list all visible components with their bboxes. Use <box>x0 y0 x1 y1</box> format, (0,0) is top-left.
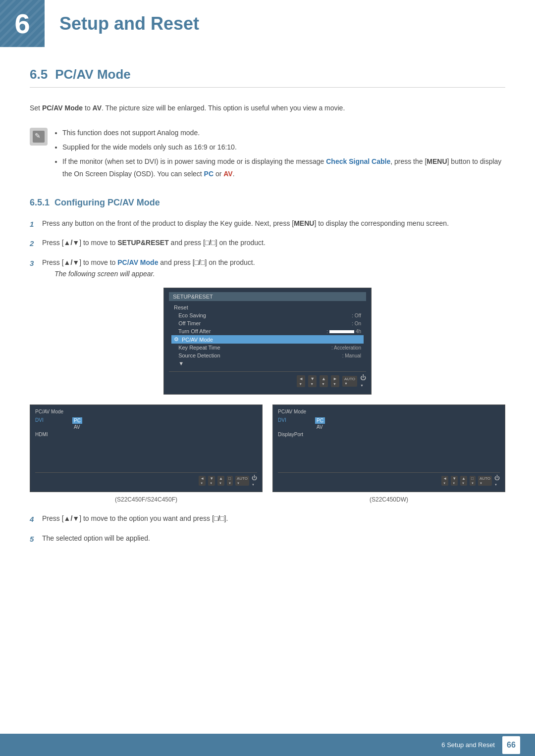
osd-left-ctrl-auto: AUTO▼ <box>235 476 249 486</box>
osd-item-keyrepeat: Key Repeat Time : Acceleration <box>171 344 364 352</box>
caption-left: (S22C450F/S24C450F) <box>30 496 263 503</box>
note-item-1: This function does not support Analog mo… <box>62 127 505 139</box>
note-item-3: If the monitor (when set to DVI) is in p… <box>62 155 505 180</box>
osd-ctrl-auto: AUTO▼ <box>342 376 357 387</box>
section-heading: 6.5PC/AV Mode <box>30 67 505 88</box>
osd-left-ctrl-down: ▼▼ <box>208 476 215 486</box>
step-3: 3 Press [▲/▼] to move to PC/AV Mode and … <box>30 257 505 281</box>
osd-right-ctrl-auto: AUTO▼ <box>478 476 492 486</box>
osd-item-source: Source Detection : Manual <box>171 352 364 359</box>
gear-icon: ⚙ <box>174 336 179 343</box>
osd-left-ctrl-left: ◄▼ <box>199 476 206 486</box>
osd-option-pc-selected: PC <box>72 417 82 424</box>
subsection-heading: 6.5.1Configuring PC/AV Mode <box>30 198 505 208</box>
footer-section-text: 6 Setup and Reset <box>441 741 495 749</box>
osd-item-more: ▼ <box>171 359 364 367</box>
osd-left-ctrl-up: ▲▼ <box>217 476 224 486</box>
osd-right-option-pc-selected: PC <box>315 417 325 424</box>
chapter-title-block: Setup and Reset <box>45 0 535 47</box>
osd-item-eco: Eco Saving : Off <box>171 311 364 319</box>
step-2: 2 Press [▲/▼] to move to SETUP&RESET and… <box>30 237 505 250</box>
osd-ctrl-power: ⏻▼ <box>360 374 366 388</box>
osd-right-spacer <box>278 439 500 468</box>
chapter-title: Setup and Reset <box>59 13 199 34</box>
osd-ctrl-up: ▲▼ <box>320 375 328 387</box>
osd-ctrl-left: ◄▼ <box>297 375 305 387</box>
osd-option-av: AV <box>72 424 82 430</box>
osd-right-option-av: AV <box>315 424 325 430</box>
chapter-number: 6 <box>14 7 30 40</box>
osd-right-ctrl-up: ▲▼ <box>460 476 467 486</box>
osd-right-title: PC/AV Mode <box>278 409 500 414</box>
footer-page-number: 66 <box>502 736 520 754</box>
note-box: This function does not support Analog mo… <box>30 124 505 185</box>
chapter-header: 6 Setup and Reset <box>0 0 535 47</box>
osd-left-dvi-options: PC AV <box>72 417 82 430</box>
step-5: 5 The selected option will be applied. <box>30 533 505 546</box>
page-footer: 6 Setup and Reset 66 <box>0 734 535 756</box>
osd-right-ctrl-power: ⏻▼ <box>494 475 500 487</box>
osd-left-screen: PC/AV Mode DVI PC AV HDMI ◄▼ ▼▼ ▲▼ □▼ AU… <box>30 404 263 492</box>
osd-item-pcav: ⚙ PC/AV Mode <box>171 335 364 344</box>
osd-left-ctrl-enter: □▼ <box>227 476 233 486</box>
steps-list: 1 Press any button on the front of the p… <box>30 218 505 281</box>
osd-left-title: PC/AV Mode <box>35 409 257 414</box>
osd-left-controls: ◄▼ ▼▼ ▲▼ □▼ AUTO▼ ⏻▼ <box>35 472 257 487</box>
osd-item-timer: Off Timer : On <box>171 319 364 327</box>
osd-menu-items: Reset Eco Saving : Off Off Timer : On Tu… <box>169 303 366 367</box>
following-screen-text: The following screen will appear. <box>54 270 155 278</box>
osd-main-screen: SETUP&RESET Reset Eco Saving : Off Off T… <box>163 288 372 395</box>
osd-item-turnoff: Turn Off After : 4h <box>171 327 364 335</box>
steps-list-2: 4 Press [▲/▼] to move to the option you … <box>30 513 505 545</box>
osd-left-spacer <box>35 439 257 468</box>
osd-right-controls: ◄▼ ▼▼ ▲▼ □▼ AUTO▼ ⏻▼ <box>278 472 500 487</box>
screen-captions: (S22C450F/S24C450F) (S22C450DW) <box>30 496 505 503</box>
osd-right-dvi-options: PC AV <box>315 417 325 430</box>
osd-main-title: SETUP&RESET <box>169 292 366 301</box>
step-1: 1 Press any button on the front of the p… <box>30 218 505 231</box>
osd-main-controls: ◄▼ ▼▼ ▲▼ ►▼ AUTO▼ ⏻▼ <box>169 371 366 388</box>
step-4: 4 Press [▲/▼] to move to the option you … <box>30 513 505 526</box>
osd-ctrl-down: ▼▼ <box>308 375 317 387</box>
osd-right-ctrl-left: ◄▼ <box>441 476 448 486</box>
intro-paragraph: Set PC/AV Mode to AV. The picture size w… <box>30 102 505 114</box>
osd-right-ctrl-enter: □▼ <box>470 476 476 486</box>
osd-right-dvi-row: DVI PC AV <box>278 417 500 430</box>
note-icon-graphic <box>33 131 45 143</box>
note-list: This function does not support Analog mo… <box>55 127 505 183</box>
osd-left-hdmi-row: HDMI <box>35 432 257 437</box>
osd-left-dvi-row: DVI PC AV <box>35 417 257 430</box>
osd-right-screen: PC/AV Mode DVI PC AV DisplayPort ◄▼ ▼▼ ▲… <box>272 404 505 492</box>
osd-screens-row: PC/AV Mode DVI PC AV HDMI ◄▼ ▼▼ ▲▼ □▼ AU… <box>30 404 505 492</box>
note-item-2: Supplied for the wide models only such a… <box>62 141 505 153</box>
chapter-number-block: 6 <box>0 0 45 47</box>
osd-right-displayport-row: DisplayPort <box>278 432 500 437</box>
caption-right: (S22C450DW) <box>272 496 505 503</box>
osd-right-ctrl-down: ▼▼ <box>451 476 458 486</box>
main-content: 6.5PC/AV Mode Set PC/AV Mode to AV. The … <box>0 67 535 592</box>
osd-left-ctrl-power: ⏻▼ <box>252 475 257 487</box>
note-icon <box>30 128 48 146</box>
osd-ctrl-enter: ►▼ <box>331 375 339 387</box>
osd-item-reset: Reset <box>171 303 364 311</box>
